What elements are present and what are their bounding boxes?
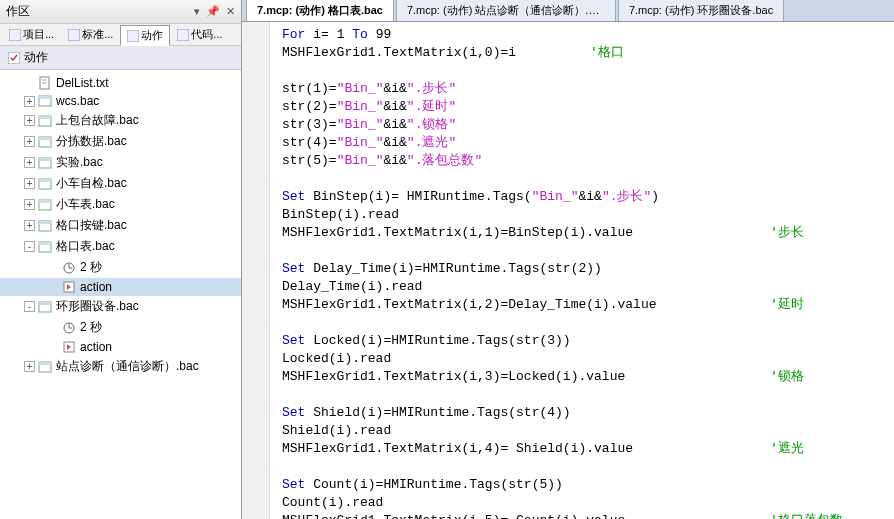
code-line[interactable] [282, 314, 882, 332]
code-line[interactable]: MSHFlexGrid1.TextMatrix(i,1)=BinStep(i).… [282, 224, 882, 242]
sidebar-tab-code[interactable]: 代码... [170, 24, 229, 45]
tree-item-label: action [80, 280, 112, 294]
code-line[interactable]: str(4)="Bin_"&i&".遮光" [282, 134, 882, 152]
bac-icon [38, 198, 52, 212]
tree-item[interactable]: action [0, 338, 241, 356]
tree-item[interactable]: 2 秒 [0, 317, 241, 338]
svg-rect-3 [177, 29, 189, 41]
code-comment: '格口 [590, 44, 624, 62]
tree-item[interactable]: +格口按键.bac [0, 215, 241, 236]
code-comment: '延时 [770, 296, 804, 314]
tree-spacer [24, 78, 35, 89]
code-line[interactable]: MSHFlexGrid1.TextMatrix(i,3)=Locked(i).v… [282, 368, 882, 386]
tree-item-label: 上包台故障.bac [56, 112, 139, 129]
tree-spacer [48, 322, 59, 333]
tree-section-header: 动作 [0, 46, 241, 70]
sidebar: 作区 ▾ 📌 ✕ 项目...标准...动作代码... 动作 DelList.tx… [0, 0, 242, 519]
pin-icon[interactable]: 📌 [206, 5, 220, 18]
std-icon [68, 29, 80, 41]
clock-icon [62, 321, 76, 335]
tree-item-label: 格口表.bac [56, 238, 115, 255]
tree-spacer [48, 342, 59, 353]
code-line[interactable]: MSHFlexGrid1.TextMatrix(i,0)=i'格口 [282, 44, 882, 62]
expand-icon[interactable]: + [24, 96, 35, 107]
code-line[interactable]: Set Delay_Time(i)=HMIRuntime.Tags(str(2)… [282, 260, 882, 278]
code-area[interactable]: For i= 1 To 99MSHFlexGrid1.TextMatrix(i,… [242, 22, 894, 519]
sidebar-tab-label: 标准... [82, 27, 113, 42]
tree-item[interactable]: +站点诊断（通信诊断）.bac [0, 356, 241, 377]
code-line[interactable]: For i= 1 To 99 [282, 26, 882, 44]
tree-item[interactable]: +上包台故障.bac [0, 110, 241, 131]
code-line[interactable] [282, 62, 882, 80]
svg-rect-15 [39, 158, 51, 161]
dropdown-icon[interactable]: ▾ [194, 5, 200, 18]
tree-spacer [48, 262, 59, 273]
tree-item[interactable]: +分拣数据.bac [0, 131, 241, 152]
editor-tab[interactable]: 7.mcp: (动作) 站点诊断（通信诊断）.bac [396, 0, 616, 21]
tree-item[interactable]: +小车表.bac [0, 194, 241, 215]
tree-item-label: 格口按键.bac [56, 217, 127, 234]
code-line[interactable]: Set Count(i)=HMIRuntime.Tags(str(5)) [282, 476, 882, 494]
svg-rect-35 [39, 362, 51, 365]
tree-item[interactable]: action [0, 278, 241, 296]
collapse-icon[interactable]: - [24, 241, 35, 252]
expand-icon[interactable]: + [24, 361, 35, 372]
code-line[interactable]: Set Shield(i)=HMIRuntime.Tags(str(4)) [282, 404, 882, 422]
code-line[interactable]: Shield(i).read [282, 422, 882, 440]
expand-icon[interactable]: + [24, 220, 35, 231]
editor-pane: 7.mcp: (动作) 格口表.bac7.mcp: (动作) 站点诊断（通信诊断… [242, 0, 894, 519]
code-line[interactable]: str(5)="Bin_"&i&".落包总数" [282, 152, 882, 170]
code-comment: '锁格 [770, 368, 804, 386]
tree-item-label: action [80, 340, 112, 354]
sidebar-tab-action[interactable]: 动作 [120, 25, 170, 46]
expand-icon[interactable]: + [24, 115, 35, 126]
tree-item[interactable]: +wcs.bac [0, 92, 241, 110]
tree-item[interactable]: +实验.bac [0, 152, 241, 173]
expand-icon[interactable]: + [24, 178, 35, 189]
code-line[interactable]: Locked(i).read [282, 350, 882, 368]
expand-icon[interactable]: + [24, 136, 35, 147]
code-line[interactable] [282, 242, 882, 260]
code-line[interactable]: str(1)="Bin_"&i&".步长" [282, 80, 882, 98]
tree-item-label: 实验.bac [56, 154, 103, 171]
code-line[interactable]: str(2)="Bin_"&i&".延时" [282, 98, 882, 116]
bac-icon [38, 177, 52, 191]
code-line[interactable]: MSHFlexGrid1.TextMatrix(i,4)= Shield(i).… [282, 440, 882, 458]
svg-rect-11 [39, 116, 51, 119]
code-line[interactable]: Set BinStep(i)= HMIRuntime.Tags("Bin_"&i… [282, 188, 882, 206]
expand-icon[interactable]: + [24, 157, 35, 168]
editor-tab[interactable]: 7.mcp: (动作) 格口表.bac [246, 0, 394, 21]
code-line[interactable]: Count(i).read [282, 494, 882, 512]
tree-item[interactable]: +小车自检.bac [0, 173, 241, 194]
tree-spacer [48, 282, 59, 293]
code-text[interactable]: For i= 1 To 99MSHFlexGrid1.TextMatrix(i,… [270, 22, 894, 519]
tree-item-label: 分拣数据.bac [56, 133, 127, 150]
code-line[interactable]: BinStep(i).read [282, 206, 882, 224]
close-icon[interactable]: ✕ [226, 5, 235, 18]
expand-icon[interactable]: + [24, 199, 35, 210]
tree-item-label: 小车自检.bac [56, 175, 127, 192]
action-leaf-icon [62, 340, 76, 354]
project-icon [9, 29, 21, 41]
svg-rect-29 [39, 302, 51, 305]
code-line[interactable]: MSHFlexGrid1.TextMatrix(i,2)=Delay_Time(… [282, 296, 882, 314]
code-line[interactable] [282, 170, 882, 188]
code-line[interactable]: str(3)="Bin_"&i&".锁格" [282, 116, 882, 134]
sidebar-tab-project[interactable]: 项目... [2, 24, 61, 45]
tree-item[interactable]: 2 秒 [0, 257, 241, 278]
code-line[interactable]: Set Locked(i)=HMIRuntime.Tags(str(3)) [282, 332, 882, 350]
tree-item[interactable]: -格口表.bac [0, 236, 241, 257]
editor-tab[interactable]: 7.mcp: (动作) 环形圈设备.bac [618, 0, 784, 21]
tree-item[interactable]: DelList.txt [0, 74, 241, 92]
code-line[interactable] [282, 386, 882, 404]
tree-item-label: wcs.bac [56, 94, 99, 108]
svg-rect-1 [68, 29, 80, 41]
tree-item[interactable]: -环形圈设备.bac [0, 296, 241, 317]
collapse-icon[interactable]: - [24, 301, 35, 312]
code-line[interactable] [282, 458, 882, 476]
sidebar-tab-std[interactable]: 标准... [61, 24, 120, 45]
svg-rect-0 [9, 29, 21, 41]
file-tree[interactable]: DelList.txt+wcs.bac+上包台故障.bac+分拣数据.bac+实… [0, 70, 241, 519]
code-line[interactable]: MSHFlexGrid1.TextMatrix(i,5)= Count(i).v… [282, 512, 882, 519]
code-line[interactable]: Delay_Time(i).read [282, 278, 882, 296]
